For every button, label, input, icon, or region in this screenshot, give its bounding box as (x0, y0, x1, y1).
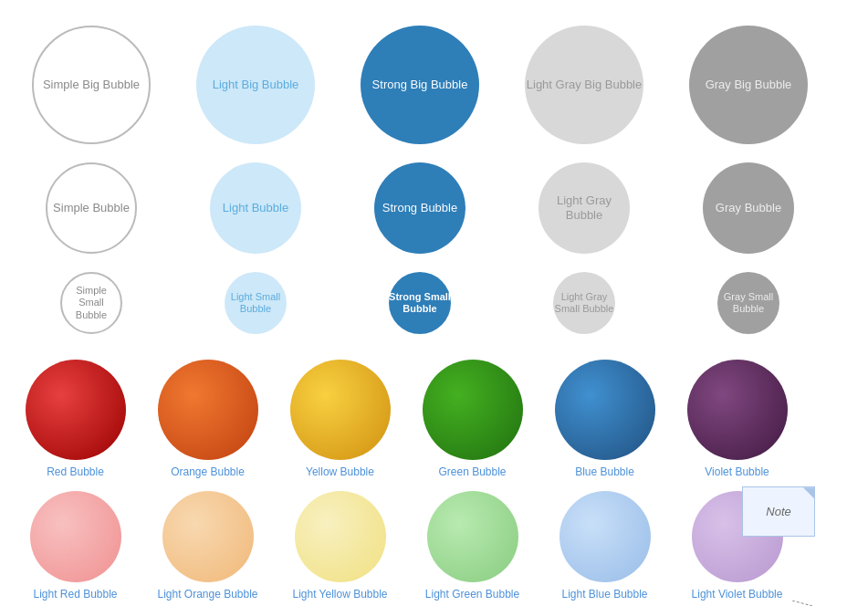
bubble-cell: Light Blue Bubble (539, 484, 671, 606)
bubble-light-big-bubble: Light Big Bubble (196, 26, 315, 144)
bubble-label: Light Violet Bubble (692, 588, 783, 602)
bubble-cell: Light Small Bubble (173, 265, 338, 338)
bubble-cell: Light Red Bubble (9, 484, 141, 606)
bubble-row-row5: Light Red BubbleLight Orange BubbleLight… (9, 484, 859, 606)
bubble-row-row1: Simple Big BubbleLight Big BubbleStrong … (9, 9, 859, 155)
bubble-red-bubble (26, 360, 126, 460)
bubble-cell: Gray Big Bubble (666, 18, 831, 148)
bubble-label: Red Bubble (47, 465, 104, 480)
note-connector-line (792, 601, 865, 606)
bubble-orange-bubble (158, 360, 258, 460)
bubble-cell: Gray Bubble (666, 155, 831, 257)
note-box: Note (742, 486, 815, 537)
bubble-label: Blue Bubble (575, 465, 634, 480)
bubble-strong-small-bubble: Strong Small Bubble (389, 272, 451, 334)
bubble-cell: Light Green Bubble (406, 484, 539, 606)
bubble-light-gray-small-bubble: Light Gray Small Bubble (553, 272, 615, 334)
bubble-cell: Yellow Bubble (274, 352, 406, 484)
bubble-cell: Red Bubble (9, 352, 141, 484)
canvas: Simple Big BubbleLight Big BubbleStrong … (0, 0, 868, 606)
bubble-row-row2: Simple BubbleLight BubbleStrong BubbleLi… (9, 155, 859, 265)
bubble-cell: Light Bubble (173, 155, 338, 257)
bubble-light-bubble: Light Bubble (210, 162, 301, 254)
bubble-cell: Light Gray Big Bubble (502, 18, 666, 148)
bubble-cell: Orange Bubble (141, 352, 274, 484)
bubble-strong-bubble: Strong Bubble (374, 162, 465, 254)
bubble-label: Yellow Bubble (306, 465, 374, 480)
svg-line-0 (792, 601, 842, 606)
bubble-light-red-bubble (30, 491, 121, 582)
bubble-label: Green Bubble (438, 465, 506, 480)
bubble-cell: Light Big Bubble (173, 18, 338, 148)
bubble-cell: Light Gray Bubble (502, 155, 666, 257)
bubble-cell: Light Orange Bubble (141, 484, 274, 606)
bubble-cell: Blue Bubble (539, 352, 671, 484)
bubble-simple-big-bubble: Simple Big Bubble (32, 26, 151, 144)
bubble-grid: Simple Big BubbleLight Big BubbleStrong … (9, 9, 859, 605)
bubble-cell: Green Bubble (406, 352, 539, 484)
bubble-label: Light Orange Bubble (157, 588, 257, 602)
bubble-light-yellow-bubble (295, 491, 386, 582)
bubble-light-gray-big-bubble: Light Gray Big Bubble (525, 26, 643, 144)
bubble-simple-small-bubble: Simple Small Bubble (60, 272, 122, 334)
bubble-cell: Strong Bubble (338, 155, 502, 257)
bubble-label: Light Blue Bubble (561, 588, 647, 602)
bubble-cell: Gray Small Bubble (666, 265, 831, 338)
bubble-cell: Strong Small Bubble (338, 265, 502, 338)
bubble-strong-big-bubble: Strong Big Bubble (361, 26, 479, 144)
bubble-light-orange-bubble (162, 491, 254, 582)
bubble-cell: Violet Bubble (671, 352, 803, 484)
bubble-gray-big-bubble: Gray Big Bubble (689, 26, 808, 144)
bubble-label: Light Green Bubble (425, 588, 519, 602)
bubble-blue-bubble (555, 360, 655, 460)
bubble-green-bubble (423, 360, 523, 460)
bubble-violet-bubble (687, 360, 788, 460)
bubble-gray-small-bubble: Gray Small Bubble (717, 272, 779, 334)
bubble-label: Orange Bubble (171, 465, 245, 480)
bubble-cell: Light Gray Small Bubble (502, 265, 666, 338)
bubble-row-row3: Simple Small BubbleLight Small BubbleStr… (9, 265, 859, 345)
bubble-cell: Strong Big Bubble (338, 18, 502, 148)
bubble-gray-bubble: Gray Bubble (703, 162, 794, 254)
bubble-simple-bubble: Simple Bubble (46, 162, 137, 254)
bubble-light-gray-bubble: Light Gray Bubble (539, 162, 630, 254)
bubble-label: Light Yellow Bubble (292, 588, 387, 602)
bubble-light-blue-bubble (559, 491, 651, 582)
bubble-yellow-bubble (290, 360, 391, 460)
bubble-light-small-bubble: Light Small Bubble (225, 272, 287, 334)
note-label: Note (766, 505, 790, 518)
bubble-light-green-bubble (427, 491, 518, 582)
bubble-label: Light Red Bubble (33, 588, 117, 602)
bubble-cell: Simple Bubble (9, 155, 173, 257)
bubble-label: Violet Bubble (705, 465, 769, 480)
bubble-row-row4: Red BubbleOrange BubbleYellow BubbleGree… (9, 345, 859, 484)
bubble-cell: Light Yellow Bubble (274, 484, 406, 606)
bubble-cell: Simple Big Bubble (9, 18, 173, 148)
bubble-cell: Simple Small Bubble (9, 265, 173, 338)
